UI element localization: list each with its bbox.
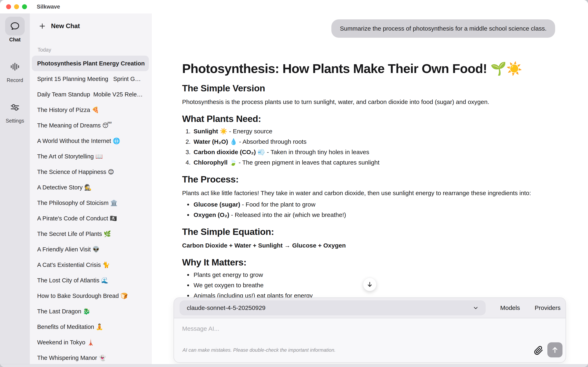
process-list: Glucose (sugar) - Food for the plant to … — [182, 200, 537, 219]
composer-panel: claude-sonnet-4-5-20250929 Models Provid… — [173, 298, 566, 363]
chevron-down-icon — [473, 305, 479, 311]
waveform-icon — [5, 57, 25, 76]
rail-label: Record — [7, 77, 23, 83]
sidebar-chat-item[interactable]: Benefits of Meditation 🧘 — [32, 319, 149, 334]
sidebar-chat-item[interactable]: Photosynthesis Plant Energy Creation — [32, 56, 149, 71]
rail-label: Chat — [9, 37, 21, 43]
sidebar-chat-item[interactable]: The History of Pizza 🍕 — [32, 102, 149, 118]
send-button[interactable] — [547, 342, 562, 358]
chat-main: Summarize the process of photosynthesis … — [151, 13, 588, 367]
sliders-icon — [5, 98, 25, 117]
needs-item: Sunlight ☀️ - Energy source — [192, 127, 537, 136]
new-chat-label: New Chat — [51, 22, 80, 30]
attach-file-button[interactable] — [533, 345, 544, 356]
sidebar-chat-item[interactable]: The Science of Happiness 😊 — [32, 164, 149, 180]
sidebar-chat-item[interactable]: The Last Dragon 🐉 — [32, 304, 149, 319]
close-button[interactable] — [6, 4, 11, 9]
composer-body: AI can make mistakes. Please double-chec… — [174, 318, 566, 362]
needs-list: Sunlight ☀️ - Energy sourceWater (H₂O) 💧… — [182, 127, 537, 167]
equation-text: Carbon Dioxide + Water + Sunlight → Gluc… — [182, 241, 537, 250]
sidebar-chat-item[interactable]: The Art of Storytelling 📖 — [32, 149, 149, 164]
rail-item-chat[interactable]: Chat — [5, 17, 25, 43]
minimize-button[interactable] — [14, 4, 19, 9]
needs-item: Water (H₂O) 💧 - Absorbed through roots — [192, 137, 537, 146]
chat-sidebar: New Chat Today Photosynthesis Plant Ener… — [30, 13, 151, 367]
chat-bubble-icon — [5, 17, 25, 35]
process-item: Glucose (sugar) - Food for the plant to … — [192, 200, 537, 209]
assistant-message: Photosynthesis: How Plants Make Their Ow… — [182, 13, 537, 301]
providers-button[interactable]: Providers — [535, 304, 561, 311]
window-controls — [6, 4, 27, 9]
sidebar-chat-item[interactable]: Weekend in Tokyo 🗼 — [32, 334, 149, 350]
sidebar-chat-item[interactable]: A Detective Story 🕵️ — [32, 180, 149, 195]
sidebar-chat-item[interactable]: The Philosophy of Stoicism 🏛️ — [32, 195, 149, 211]
paperclip-icon — [534, 346, 543, 355]
app-window: Silkwave Chat — [0, 0, 588, 367]
why-item: Plants get energy to grow — [192, 270, 537, 279]
sidebar-chat-item[interactable]: How to Bake Sourdough Bread 🍞 — [32, 288, 149, 304]
rail-label: Settings — [6, 118, 24, 124]
sidebar-chat-item[interactable]: The Lost City of Atlantis 🌊 — [32, 273, 149, 288]
new-chat-button[interactable]: New Chat — [39, 22, 151, 30]
rail-item-record[interactable]: Record — [5, 57, 25, 83]
section-heading-equation: The Simple Equation: — [182, 226, 537, 237]
arrow-up-icon — [551, 346, 559, 354]
sidebar-chat-item[interactable]: The Meaning of Dreams 😴 — [32, 118, 149, 133]
rail-item-settings[interactable]: Settings — [5, 98, 25, 124]
model-select-value: claude-sonnet-4-5-20250929 — [187, 304, 265, 311]
article-title: Photosynthesis: How Plants Make Their Ow… — [182, 61, 537, 76]
model-select-dropdown[interactable]: claude-sonnet-4-5-20250929 — [180, 300, 485, 315]
sidebar-chat-item[interactable]: A Friendly Alien Visit 👽 — [32, 242, 149, 257]
composer-header: claude-sonnet-4-5-20250929 Models Provid… — [174, 298, 566, 318]
sidebar-chat-item[interactable]: A Cat's Existential Crisis 🐈 — [32, 257, 149, 273]
sidebar-chat-item[interactable]: The Secret Life of Plants 🌿 — [32, 226, 149, 242]
models-button[interactable]: Models — [500, 304, 520, 311]
sidebar-chat-item[interactable]: A Pirate's Code of Conduct 🏴‍☠️ — [32, 211, 149, 226]
app-title: Silkwave — [37, 4, 60, 10]
zoom-button[interactable] — [22, 4, 27, 9]
plus-icon — [39, 23, 46, 30]
why-list: Plants get energy to growWe get oxygen t… — [182, 270, 537, 300]
message-input[interactable] — [174, 318, 566, 362]
titlebar: Silkwave — [0, 0, 588, 13]
needs-item: Carbon dioxide (CO₂) 💨 - Taken in throug… — [192, 148, 537, 157]
needs-item: Chlorophyll 🍃 - The green pigment in lea… — [192, 158, 537, 167]
scroll-to-bottom-button[interactable] — [363, 278, 376, 291]
sidebar-chat-item[interactable]: Daily Team Standup Mobile V25 Rele… — [32, 87, 149, 102]
paragraph-simple: Photosynthesis is the process plants use… — [182, 98, 537, 106]
arrow-down-icon — [366, 281, 373, 288]
section-heading-process: The Process: — [182, 174, 537, 185]
nav-rail: Chat Record — [0, 13, 30, 367]
sidebar-chat-item[interactable]: The Whispering Manor 👻 — [32, 350, 149, 366]
sidebar-section-label: Today — [38, 47, 151, 53]
sidebar-chat-item[interactable]: A World Without the Internet 🌐 — [32, 133, 149, 149]
section-heading-why: Why It Matters: — [182, 257, 537, 268]
window-bottom-edge — [0, 364, 588, 367]
chat-history-list: Photosynthesis Plant Energy CreationSpri… — [30, 56, 151, 366]
paragraph-process: Plants act like little factories! They t… — [182, 189, 537, 198]
section-heading-simple: The Simple Version — [182, 83, 537, 94]
process-item: Oxygen (O₂) - Released into the air (whi… — [192, 210, 537, 219]
sidebar-chat-item[interactable]: Sprint 15 Planning Meeting Sprint G… — [32, 71, 149, 87]
section-heading-needs: What Plants Need: — [182, 113, 537, 124]
